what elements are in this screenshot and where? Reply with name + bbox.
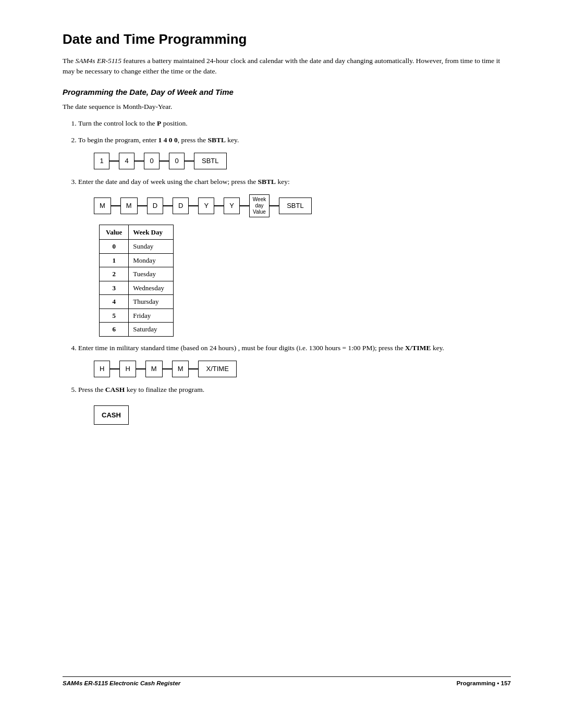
step-3-text: Enter the date and day of week using the… <box>78 178 290 186</box>
key-0b: 0 <box>169 153 185 169</box>
key-4: 4 <box>119 153 134 169</box>
day-tuesday: Tuesday <box>129 267 174 281</box>
connector <box>109 161 119 162</box>
step3-key-sequence: M M D D Y Y WeekdayValue SBTL <box>94 194 511 217</box>
step-4: Enter time in military standard time (ba… <box>78 343 511 377</box>
step2-key-sequence: 1 4 0 0 SBTL <box>94 153 511 169</box>
table-header-value: Value <box>100 225 129 240</box>
page-footer: SAM4s ER-5115 Electronic Cash Register P… <box>63 676 511 686</box>
day-wednesday: Wednesday <box>129 281 174 295</box>
key-M1: M <box>94 198 111 214</box>
connector <box>136 368 145 369</box>
value-3: 3 <box>100 281 129 295</box>
footer-left: SAM4s ER-5115 Electronic Cash Register <box>63 680 180 686</box>
day-thursday: Thursday <box>129 295 174 309</box>
key-Y2: Y <box>224 198 240 214</box>
intro-paragraph: The SAM4s ER-5115 features a battery mai… <box>63 56 511 77</box>
connector <box>134 161 144 162</box>
step-1-text: Turn the control lock to the P position. <box>78 119 188 127</box>
connector <box>189 368 198 369</box>
key-H1: H <box>94 361 110 377</box>
day-friday: Friday <box>129 309 174 323</box>
date-sequence: The date sequence is Month-Day-Year. <box>63 103 511 111</box>
connector <box>110 368 119 369</box>
connector <box>185 161 194 162</box>
value-4: 4 <box>100 295 129 309</box>
value-0: 0 <box>100 240 129 254</box>
connector <box>270 205 279 206</box>
table-row: 3 Wednesday <box>100 281 174 295</box>
connector <box>163 368 172 369</box>
key-0a: 0 <box>144 153 160 169</box>
step-2: To begin the program, enter 1 4 0 0, pre… <box>78 135 511 169</box>
day-monday: Monday <box>129 253 174 267</box>
key-Y1: Y <box>198 198 214 214</box>
key-H2: H <box>119 361 136 377</box>
key-D2: D <box>173 198 189 214</box>
step-4-text: Enter time in military standard time (ba… <box>78 344 444 352</box>
key-sbtl: SBTL <box>194 153 227 169</box>
key-1: 1 <box>94 153 109 169</box>
connector <box>160 161 169 162</box>
product-name: SAM4s ER-5115 <box>75 57 121 65</box>
weekday-table: Value Week Day 0 Sunday 1 Monday <box>99 225 174 337</box>
connector <box>111 205 120 206</box>
table-row: 4 Thursday <box>100 295 174 309</box>
key-xtime: X/TIME <box>198 361 236 377</box>
steps-list: Turn the control lock to the P position.… <box>78 118 511 430</box>
page-title: Date and Time Programming <box>63 31 511 47</box>
table-row: 5 Friday <box>100 309 174 323</box>
main-content: Date and Time Programming The SAM4s ER-5… <box>63 31 511 666</box>
table-row: 0 Sunday <box>100 240 174 254</box>
table-row: 6 Saturday <box>100 323 174 337</box>
connector <box>163 205 173 206</box>
page-wrapper: Date and Time Programming The SAM4s ER-5… <box>0 0 563 728</box>
connector <box>240 205 249 206</box>
step-1: Turn the control lock to the P position. <box>78 118 511 129</box>
day-sunday: Sunday <box>129 240 174 254</box>
cash-key: CASH <box>94 405 129 425</box>
step-5: Press the CASH key to finalize the progr… <box>78 385 511 430</box>
key-D1: D <box>147 198 163 214</box>
key-M2: M <box>120 198 138 214</box>
value-6: 6 <box>100 323 129 337</box>
step4-key-sequence: H H M M X/TIME <box>94 361 511 377</box>
key-M4: M <box>172 361 189 377</box>
value-5: 5 <box>100 309 129 323</box>
section-title: Programming the Date, Day of Week and Ti… <box>63 88 511 96</box>
key-sbtl2: SBTL <box>279 198 312 214</box>
connector <box>189 205 198 206</box>
step-2-text: To begin the program, enter 1 4 0 0, pre… <box>78 136 239 144</box>
value-2: 2 <box>100 267 129 281</box>
table-row: 1 Monday <box>100 253 174 267</box>
table-header-weekday: Week Day <box>129 225 174 240</box>
step-3: Enter the date and day of week using the… <box>78 177 511 337</box>
step-5-text: Press the CASH key to finalize the progr… <box>78 386 204 393</box>
key-M3: M <box>145 361 163 377</box>
day-saturday: Saturday <box>129 323 174 337</box>
footer-right: Programming • 157 <box>457 680 511 686</box>
table-row: 2 Tuesday <box>100 267 174 281</box>
value-1: 1 <box>100 253 129 267</box>
key-weekday-value: WeekdayValue <box>249 194 270 217</box>
connector <box>138 205 147 206</box>
connector <box>214 205 224 206</box>
